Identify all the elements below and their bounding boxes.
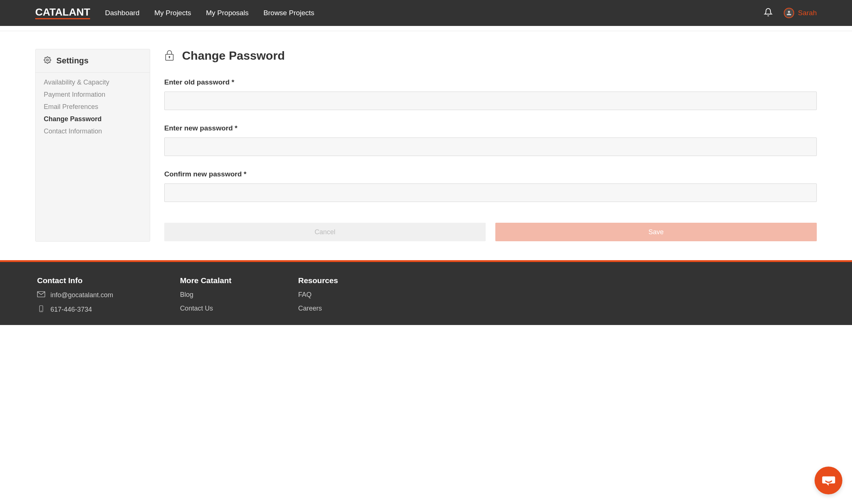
new-password-input[interactable] — [164, 137, 817, 156]
footer-link-faq[interactable]: FAQ — [298, 291, 338, 299]
nav-browse-projects[interactable]: Browse Projects — [264, 9, 314, 17]
sidebar-title: Settings — [56, 56, 89, 66]
logo[interactable]: CATALANT — [35, 7, 90, 19]
user-name-label: Sarah — [798, 9, 817, 17]
sidebar-item-contact[interactable]: Contact Information — [44, 127, 142, 135]
svg-point-0 — [47, 59, 49, 61]
old-password-label: Enter old password * — [164, 78, 817, 86]
notifications-icon[interactable] — [764, 7, 773, 19]
new-password-group: Enter new password * — [164, 124, 817, 156]
nav-dashboard[interactable]: Dashboard — [105, 9, 139, 17]
save-button[interactable]: Save — [495, 223, 817, 241]
svg-point-2 — [169, 56, 170, 57]
gear-icon — [44, 56, 51, 65]
sidebar-header: Settings — [36, 49, 150, 73]
main-nav: Dashboard My Projects My Proposals Brows… — [105, 9, 314, 17]
new-password-label: Enter new password * — [164, 124, 817, 132]
phone-icon — [37, 305, 45, 314]
svg-rect-4 — [37, 292, 45, 297]
nav-my-proposals[interactable]: My Proposals — [206, 9, 248, 17]
footer-more-col: More Catalant Blog Contact Us — [180, 276, 231, 314]
footer-link-careers[interactable]: Careers — [298, 305, 338, 312]
sidebar-item-email[interactable]: Email Preferences — [44, 103, 142, 111]
subheader-bar — [0, 26, 852, 31]
page-title: Change Password — [182, 49, 285, 63]
sidebar-item-password[interactable]: Change Password — [44, 115, 142, 123]
confirm-password-group: Confirm new password * — [164, 170, 817, 202]
user-menu[interactable]: Sarah — [784, 8, 817, 18]
old-password-group: Enter old password * — [164, 78, 817, 110]
settings-sidebar: Settings Availability & Capacity Payment… — [35, 49, 150, 242]
main-header: CATALANT Dashboard My Projects My Propos… — [0, 0, 852, 26]
footer-phone[interactable]: 617-446-3734 — [37, 305, 113, 314]
sidebar-item-payment[interactable]: Payment Information — [44, 91, 142, 99]
footer-contact-title: Contact Info — [37, 276, 113, 285]
envelope-icon — [37, 291, 45, 299]
cancel-button[interactable]: Cancel — [164, 223, 486, 241]
footer-email-text: info@gocatalant.com — [50, 291, 113, 299]
header-left: CATALANT Dashboard My Projects My Propos… — [35, 7, 314, 19]
confirm-password-input[interactable] — [164, 183, 817, 202]
main-content: Settings Availability & Capacity Payment… — [0, 31, 852, 260]
footer-resources-title: Resources — [298, 276, 338, 285]
footer-link-blog[interactable]: Blog — [180, 291, 231, 299]
main-footer: Contact Info info@gocatalant.com 617-446… — [0, 262, 852, 325]
lock-icon — [164, 49, 175, 63]
svg-point-6 — [41, 311, 42, 311]
avatar-icon — [784, 8, 794, 18]
confirm-password-label: Confirm new password * — [164, 170, 817, 178]
footer-phone-text: 617-446-3734 — [50, 306, 92, 314]
footer-email[interactable]: info@gocatalant.com — [37, 291, 113, 299]
page-title-row: Change Password — [164, 49, 817, 63]
sidebar-item-availability[interactable]: Availability & Capacity — [44, 79, 142, 86]
button-row: Cancel Save — [164, 223, 817, 241]
form-panel: Change Password Enter old password * Ent… — [164, 49, 817, 242]
footer-resources-col: Resources FAQ Careers — [298, 276, 338, 314]
sidebar-items: Availability & Capacity Payment Informat… — [36, 73, 150, 141]
header-right: Sarah — [764, 7, 817, 19]
nav-my-projects[interactable]: My Projects — [154, 9, 191, 17]
footer-link-contact-us[interactable]: Contact Us — [180, 305, 231, 312]
footer-more-title: More Catalant — [180, 276, 231, 285]
old-password-input[interactable] — [164, 92, 817, 110]
footer-contact-col: Contact Info info@gocatalant.com 617-446… — [37, 276, 113, 314]
